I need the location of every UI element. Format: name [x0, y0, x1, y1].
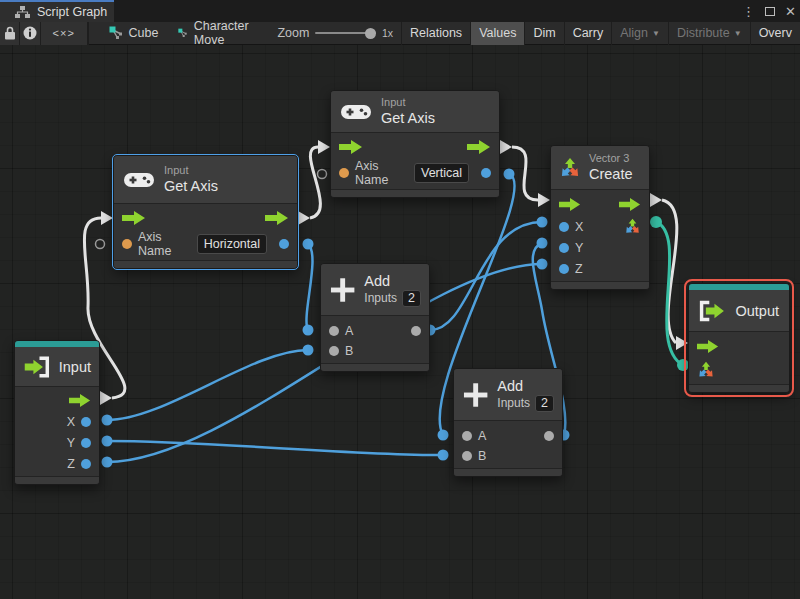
plus-icon [462, 381, 489, 409]
toggle-dim[interactable]: Dim [524, 22, 563, 45]
port-b-in[interactable] [329, 346, 339, 356]
node-title: Add [364, 272, 421, 290]
flow-out-port[interactable] [265, 211, 289, 225]
vector3-icon [559, 157, 581, 179]
node-footer [454, 468, 562, 476]
titlebar: Script Graph ⋮ ✕ [0, 0, 800, 22]
port-result-out[interactable] [481, 168, 491, 178]
flow-out-port[interactable] [619, 198, 641, 211]
vector3-in-port[interactable] [697, 361, 715, 379]
port-label: Y [67, 436, 75, 450]
node-vector3-create[interactable]: Vector 3 Create X [550, 145, 650, 290]
graph-toolbar: <×> Cube Character Move Zoom [0, 22, 800, 45]
node-add-1[interactable]: Add Inputs 2 A B [320, 263, 430, 372]
port-label: B [345, 344, 353, 358]
plus-icon [329, 276, 356, 304]
breadcrumb-cube[interactable]: Cube [99, 22, 169, 45]
breadcrumb-character-move[interactable]: Character Move [168, 22, 263, 45]
port-y-in[interactable] [559, 243, 569, 253]
value-wire-input-y-to-add2-b[interactable] [102, 436, 449, 461]
node-add-2[interactable]: Add Inputs 2 A B [453, 368, 563, 477]
node-title: Create [589, 165, 633, 183]
port-label: Z [575, 262, 583, 276]
flow-out-port[interactable] [69, 394, 91, 407]
axis-name-field[interactable]: Horizontal [197, 234, 267, 254]
window-menu-icon[interactable]: ⋮ [742, 5, 755, 18]
value-wire-getaxis-horizontal-to-add1-a[interactable] [303, 239, 314, 336]
port-a-in[interactable] [462, 431, 472, 441]
chevron-down-icon: ▼ [652, 29, 660, 38]
tab-script-graph[interactable]: Script Graph [0, 0, 114, 22]
dropdown-align[interactable]: Align▼ [611, 22, 668, 45]
graph-canvas[interactable]: Input Get Axis Axis Name Vertical [0, 45, 800, 599]
breadcrumb-label: Character Move [194, 19, 254, 47]
node-subtitle: Vector 3 [589, 152, 633, 166]
lock-button[interactable] [0, 22, 20, 45]
port-label: X [67, 415, 75, 429]
flow-wire-getaxis-horizontal-to-getaxis-vertical[interactable] [298, 140, 330, 225]
dropdown-distribute[interactable]: Distribute▼ [668, 22, 750, 45]
info-icon [23, 26, 37, 40]
port-sum-out[interactable] [411, 326, 421, 336]
port-label: A [345, 324, 353, 338]
port-axis-name[interactable] [122, 239, 132, 249]
port-z-in[interactable] [559, 264, 569, 274]
vector3-out-port[interactable] [624, 218, 641, 235]
port-axis-name[interactable] [339, 168, 349, 178]
toggle-overview[interactable]: Overv [750, 22, 800, 45]
window-close-icon[interactable]: ✕ [785, 5, 796, 18]
toggle-values[interactable]: Values [470, 22, 524, 45]
node-get-axis-horizontal[interactable]: Input Get Axis Axis Name Horizontal [113, 155, 298, 269]
zoom-label: Zoom [277, 26, 309, 40]
inputs-label: Inputs [497, 396, 530, 411]
port-result-out[interactable] [279, 239, 289, 249]
node-output-event[interactable]: Output [688, 283, 790, 393]
script-graph-asset-icon [109, 26, 123, 40]
port-x-in[interactable] [559, 222, 569, 232]
value-wire-input-x-to-add1-b[interactable] [102, 345, 314, 426]
code-preview-button[interactable]: <×> [41, 22, 88, 45]
window-maximize-icon[interactable] [765, 7, 775, 16]
info-button[interactable] [20, 22, 40, 45]
port-label: Y [575, 241, 583, 255]
node-get-axis-vertical[interactable]: Input Get Axis Axis Name Vertical [330, 90, 500, 198]
flow-in-port[interactable] [122, 211, 146, 225]
node-footer [551, 281, 649, 289]
inputs-label: Inputs [364, 291, 397, 306]
port-x-out[interactable] [81, 417, 91, 427]
toggle-relations[interactable]: Relations [401, 22, 470, 45]
flow-out-port[interactable] [467, 140, 491, 154]
node-subtitle: Input [164, 164, 218, 178]
flow-in-port[interactable] [339, 140, 363, 154]
axis-name-field[interactable]: Vertical [414, 163, 469, 183]
port-y-out[interactable] [81, 438, 91, 448]
gamepad-icon [341, 102, 371, 122]
chevron-down-icon: ▼ [734, 29, 742, 38]
port-sum-out[interactable] [544, 431, 554, 441]
zoom-slider-knob[interactable] [365, 28, 376, 39]
node-footer [114, 260, 297, 268]
node-footer [15, 476, 99, 484]
lock-icon [4, 26, 16, 40]
node-input-event[interactable]: Input X Y Z [14, 340, 100, 485]
input-event-icon [23, 355, 51, 379]
node-title: Input [59, 359, 91, 375]
inputs-count-field[interactable]: 2 [402, 290, 421, 308]
node-footer [689, 384, 789, 392]
tab-label: Script Graph [37, 5, 107, 19]
zoom-value: 1x [382, 27, 393, 39]
output-event-icon [699, 299, 726, 323]
flow-in-port[interactable] [559, 198, 581, 211]
port-z-out[interactable] [81, 459, 91, 469]
port-label: Axis Name [355, 159, 408, 187]
port-b-in[interactable] [462, 451, 472, 461]
zoom-slider[interactable] [315, 22, 376, 45]
toggle-carry[interactable]: Carry [564, 22, 612, 45]
flow-in-port[interactable] [697, 340, 719, 353]
graph-hierarchy-icon [15, 6, 30, 19]
script-graph-asset-icon [178, 26, 187, 40]
code-icon: <×> [53, 27, 75, 39]
inputs-count-field[interactable]: 2 [535, 395, 554, 413]
breadcrumb-label: Cube [129, 26, 159, 40]
port-a-in[interactable] [329, 326, 339, 336]
